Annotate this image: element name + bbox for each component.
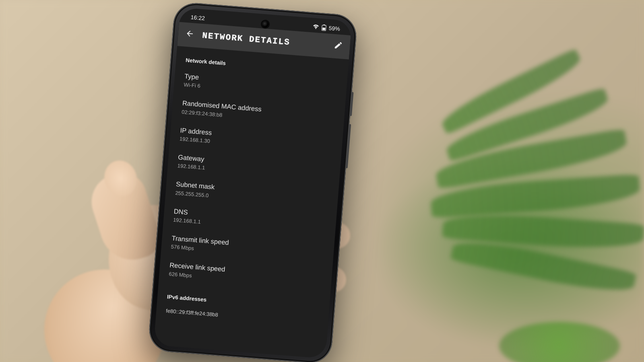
content-scroll[interactable]: Network details Type Wi-Fi 6 Randomised … (155, 46, 349, 334)
edit-button[interactable] (332, 39, 345, 53)
svg-rect-2 (322, 27, 325, 30)
status-time: 16:22 (190, 14, 205, 22)
back-button[interactable] (183, 27, 196, 41)
phone-screen[interactable]: 16:22 59% NETWORK DETAILS (154, 8, 352, 359)
battery-percent: 59% (328, 25, 340, 32)
wifi-icon (312, 25, 319, 30)
battery-icon (321, 24, 326, 31)
page-title: NETWORK DETAILS (202, 31, 326, 50)
phone: 16:22 59% NETWORK DETAILS (148, 1, 358, 362)
